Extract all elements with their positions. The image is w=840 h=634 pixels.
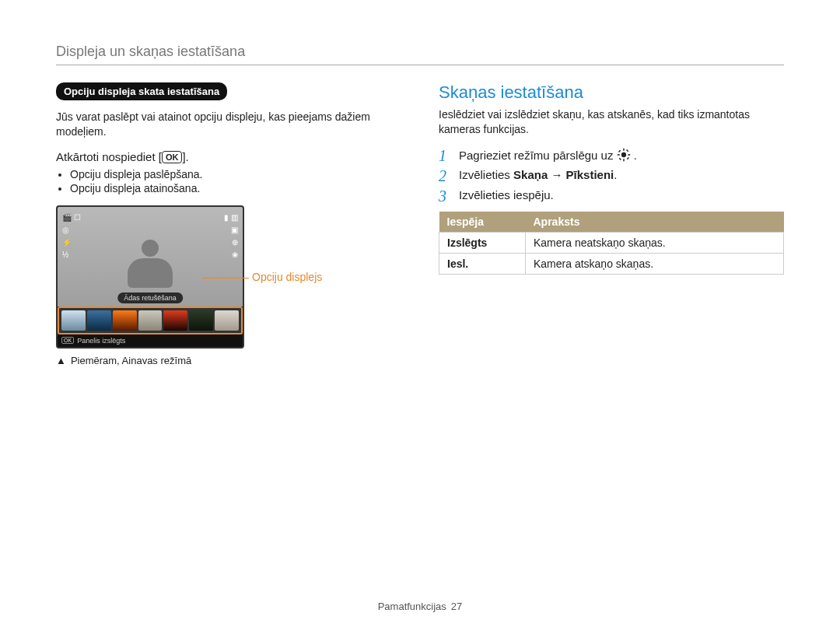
page-number: 27 — [451, 601, 462, 612]
th-option: Iespēja — [439, 212, 526, 233]
ok-button-icon: OK — [162, 151, 183, 163]
opciju-display-label: Opciju displejs — [252, 271, 322, 283]
panel-off-bar: OK Panelis izslēgts — [58, 335, 243, 347]
repeat-press-post: ]. — [182, 150, 188, 163]
left-intro: Jūs varat paslēpt vai atainot opciju dis… — [56, 110, 401, 139]
ok-mini-icon: OK — [61, 337, 74, 344]
repeat-press-line: Atkārtoti nospiediet [OK]. — [56, 150, 401, 163]
lcd-icons-right: ▮ ▥▣⊕❀ — [224, 212, 238, 261]
page-title: Displeja un skaņas iestatīšana — [56, 44, 784, 65]
th-description: Apraksts — [526, 212, 784, 233]
step-1-text: Pagrieziet režīmu pārslēgu uz . — [459, 148, 637, 162]
lcd-icons-left: 🎬 ☐◎⚡½ — [62, 212, 81, 261]
steps-list: 1 Pagrieziet režīmu pārslēgu uz . 2 Izvē… — [439, 148, 784, 204]
svg-rect-5 — [618, 150, 621, 152]
footer-label: Pamatfunkcijas — [378, 601, 446, 612]
page-footer: Pamatfunkcijas27 — [0, 601, 840, 612]
options-table: Iespēja Apraksts Izslēgts Kamera neatska… — [439, 212, 784, 275]
right-column: Skaņas iestatīšana Ieslēdziet vai izslēd… — [439, 82, 784, 366]
lcd-caption: ▲ Piemēram, Ainavas režīmā — [56, 355, 401, 366]
caption-up-arrow-icon: ▲ — [56, 355, 66, 366]
opt-off-val: Kamera neatskaņo skaņas. — [526, 232, 784, 253]
table-row: Izslēgts Kamera neatskaņo skaņas. — [439, 232, 784, 253]
option-view-chip: Opciju displeja skata iestatīšana — [56, 82, 227, 100]
leader-line-icon — [202, 278, 249, 278]
svg-rect-4 — [628, 154, 630, 156]
svg-point-0 — [621, 152, 625, 157]
caption-text: Piemēram, Ainavas režīmā — [71, 355, 191, 366]
left-column: Opciju displeja skata iestatīšana Jūs va… — [56, 82, 401, 366]
step-1-number: 1 — [439, 148, 451, 163]
svg-rect-6 — [626, 157, 628, 159]
opt-off-key: Izslēgts — [439, 232, 526, 253]
svg-rect-1 — [623, 149, 625, 151]
option-thumbnails — [58, 306, 243, 335]
bullet-hide: Opciju displeja paslēpšana. — [70, 168, 401, 180]
svg-rect-7 — [626, 149, 628, 152]
camera-lcd-mock: 🎬 ☐◎⚡½ ▮ ▥▣⊕❀ Ādas retušēšana — [56, 205, 244, 349]
opt-on-key: Iesl. — [439, 253, 526, 274]
opt-on-val: Kamera atskaņo skaņas. — [526, 253, 784, 274]
silhouette-icon — [128, 240, 173, 288]
sound-settings-title: Skaņas iestatīšana — [439, 82, 784, 103]
step-3-number: 3 — [439, 188, 451, 204]
step-2-text: Izvēlieties Skaņa → Pīkstieni. — [459, 168, 617, 181]
step-2-number: 2 — [439, 168, 451, 184]
svg-rect-2 — [623, 159, 625, 161]
panel-off-label: Panelis izslēgts — [77, 337, 125, 345]
svg-rect-3 — [617, 154, 619, 156]
gear-icon — [617, 148, 631, 162]
repeat-press-pre: Atkārtoti nospiediet [ — [56, 150, 162, 163]
left-bullets: Opciju displeja paslēpšana. Opciju displ… — [56, 168, 401, 194]
bullet-show: Opciju displeja atainošana. — [70, 182, 401, 194]
retouch-chip: Ādas retušēšana — [117, 292, 183, 303]
table-row: Iesl. Kamera atskaņo skaņas. — [439, 253, 784, 274]
svg-rect-8 — [618, 158, 621, 160]
right-intro: Ieslēdziet vai izslēdziet skaņu, kas ats… — [439, 107, 784, 137]
step-3-text: Izvēlieties iespēju. — [459, 188, 554, 201]
